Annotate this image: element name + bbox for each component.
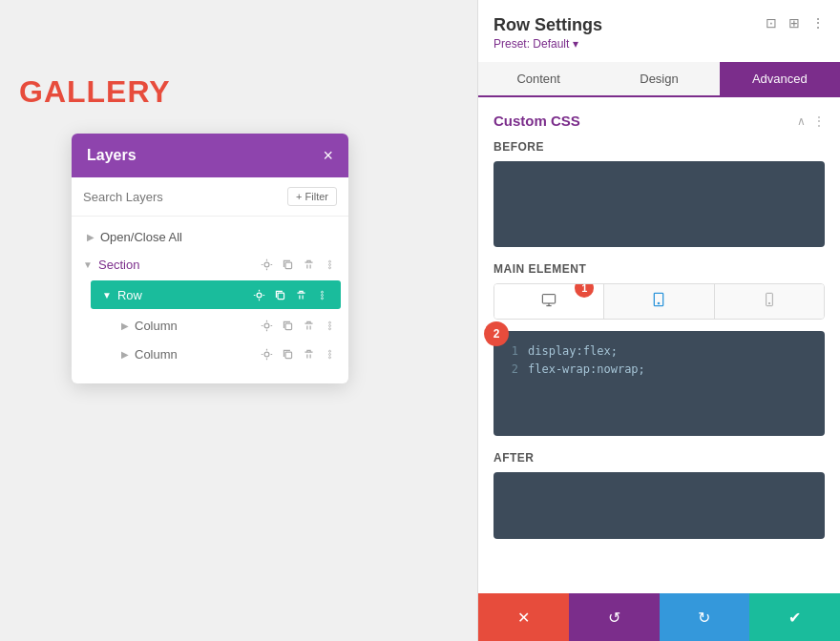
row-label: Row — [117, 288, 251, 302]
column1-delete-icon[interactable] — [301, 318, 316, 333]
preset-selector[interactable]: Preset: Default ▾ — [494, 37, 602, 51]
after-editor[interactable] — [494, 472, 825, 539]
tab-design[interactable]: Design — [598, 62, 719, 95]
row-delete-icon[interactable] — [293, 287, 308, 302]
mobile-icon — [762, 292, 777, 307]
column2-delete-icon[interactable] — [301, 346, 316, 362]
column2-arrow: ▶ — [121, 349, 129, 360]
column2-settings-icon[interactable] — [259, 346, 274, 362]
layers-panel: Layers × + Filter ▶ Open/Close All ▼ Sec… — [72, 134, 348, 383]
layers-search-bar: + Filter — [72, 177, 348, 217]
column2-copy-icon[interactable] — [280, 346, 295, 362]
layer-section[interactable]: ▼ Section — [72, 250, 348, 279]
before-editor[interactable] — [494, 161, 825, 247]
layer-column-1[interactable]: ▶ Column — [110, 311, 348, 340]
svg-point-13 — [328, 324, 330, 326]
code-line-2: 2 flex-wrap:nowrap; — [505, 361, 813, 379]
collapse-icon[interactable]: ∧ — [797, 114, 806, 128]
row-arrow: ▼ — [102, 290, 112, 300]
column1-copy-icon[interactable] — [280, 318, 295, 333]
svg-point-12 — [328, 321, 330, 323]
row-settings-icon[interactable] — [251, 287, 266, 302]
tablet-tab[interactable] — [604, 284, 714, 319]
cancel-button[interactable]: ✕ — [478, 593, 569, 641]
svg-point-9 — [321, 297, 323, 299]
section-arrow: ▼ — [83, 259, 93, 270]
save-button[interactable]: ✔ — [749, 593, 840, 641]
line-code-1: display:flex; — [528, 342, 618, 361]
mobile-tab[interactable] — [715, 284, 824, 319]
code-editor-main[interactable]: 2 1 display:flex; 2 flex-wrap:nowrap; — [494, 331, 825, 436]
main-element-label: Main Element — [494, 262, 825, 276]
section-icons — [259, 257, 337, 272]
layers-title: Layers — [87, 147, 136, 164]
row-settings-title: Row Settings — [494, 15, 602, 35]
layers-content: ▶ Open/Close All ▼ Section — [72, 217, 348, 383]
open-close-all[interactable]: ▶ Open/Close All — [72, 224, 348, 250]
search-input[interactable] — [83, 190, 282, 204]
svg-rect-11 — [285, 323, 292, 330]
undo-button[interactable]: ↺ — [569, 593, 660, 641]
right-panel: Row Settings Preset: Default ▾ ⊡ ⊞ ⋮ Con… — [477, 0, 840, 641]
column2-label: Column — [135, 347, 259, 362]
column1-settings-icon[interactable] — [259, 318, 274, 333]
title-area: Row Settings Preset: Default ▾ — [494, 15, 602, 51]
svg-point-0 — [264, 262, 269, 267]
section-more-icon[interactable]: ⋮ — [813, 114, 825, 128]
redo-button[interactable]: ↻ — [660, 593, 750, 641]
tablet-icon — [651, 292, 666, 307]
desktop-icon — [541, 292, 556, 307]
tab-advanced[interactable]: Advanced — [720, 62, 840, 95]
svg-point-7 — [321, 291, 323, 293]
custom-css-title: Custom CSS — [494, 113, 580, 129]
section-more-icon[interactable] — [322, 257, 337, 272]
svg-rect-1 — [285, 262, 292, 269]
svg-point-24 — [768, 302, 769, 303]
svg-point-10 — [264, 323, 269, 328]
svg-point-22 — [659, 302, 660, 303]
svg-point-15 — [264, 352, 269, 357]
svg-point-8 — [321, 294, 323, 296]
section-settings-icon[interactable] — [259, 257, 274, 272]
custom-css-section-header: Custom CSS ∧ ⋮ — [494, 113, 825, 129]
column1-icons — [259, 318, 337, 333]
row-more-icon[interactable] — [314, 287, 329, 302]
header-icons: ⊡ ⊞ ⋮ — [766, 15, 825, 31]
section-copy-icon[interactable] — [280, 257, 295, 272]
svg-point-3 — [328, 263, 330, 265]
filter-button[interactable]: + Filter — [287, 187, 337, 206]
line-num-2: 2 — [505, 361, 518, 379]
open-close-arrow: ▶ — [87, 232, 94, 242]
layers-header: Layers × — [72, 134, 348, 177]
svg-point-18 — [328, 353, 330, 355]
action-bar: ✕ ↺ ↻ ✔ — [478, 593, 840, 641]
line-code-2: flex-wrap:nowrap; — [528, 361, 645, 379]
column2-icons — [259, 346, 337, 362]
layer-column-2[interactable]: ▶ Column — [110, 340, 348, 368]
tab-content[interactable]: Content — [478, 62, 598, 95]
expand-icon[interactable]: ⊡ — [766, 15, 777, 31]
column1-more-icon[interactable] — [322, 318, 337, 333]
device-tabs: 1 — [494, 283, 825, 320]
open-close-label: Open/Close All — [100, 230, 182, 244]
svg-rect-16 — [285, 352, 292, 359]
layers-close-button[interactable]: × — [323, 147, 333, 164]
svg-point-2 — [328, 260, 330, 262]
svg-point-17 — [328, 350, 330, 352]
badge-1: 1 — [575, 283, 594, 298]
desktop-tab[interactable]: 1 — [494, 284, 604, 319]
svg-point-4 — [328, 266, 330, 268]
more-icon[interactable]: ⋮ — [811, 15, 825, 31]
column1-arrow: ▶ — [121, 320, 129, 331]
row-icons — [251, 287, 329, 302]
column2-more-icon[interactable] — [322, 346, 337, 362]
layer-row[interactable]: ▼ Row — [91, 280, 341, 309]
gallery-title: GALLERY — [19, 74, 171, 110]
after-label: After — [494, 451, 825, 465]
before-label: Before — [494, 140, 825, 154]
svg-rect-20 — [542, 295, 555, 303]
section-delete-icon[interactable] — [301, 257, 316, 272]
row-copy-icon[interactable] — [272, 287, 287, 302]
badge-2: 2 — [484, 321, 509, 346]
grid-icon[interactable]: ⊞ — [788, 15, 800, 31]
